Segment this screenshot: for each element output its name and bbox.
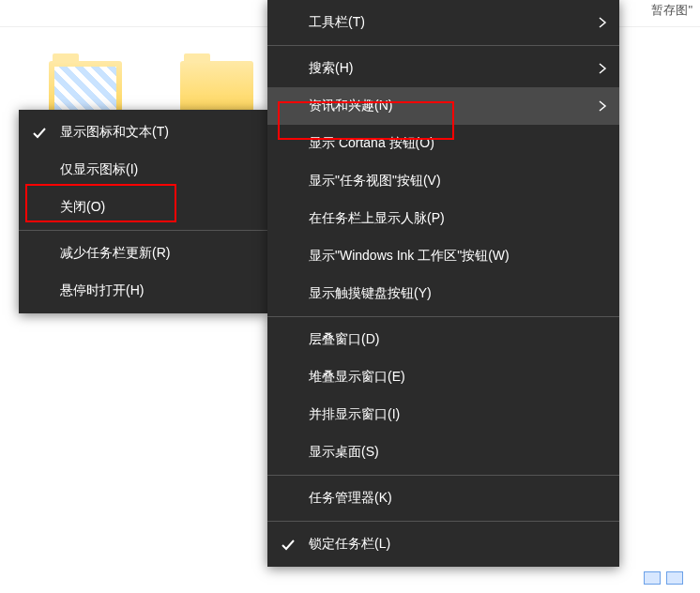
menu-item-open-on-hover[interactable]: 悬停时打开(H) — [19, 272, 267, 310]
taskbar-context-menu: 工具栏(T) 搜索(H) 资讯和兴趣(N) 显示 Cortana 按钮(O) 显… — [267, 0, 619, 567]
menu-item-close[interactable]: 关闭(O) — [19, 189, 267, 226]
menu-separator — [267, 475, 619, 476]
menu-item-label: 并排显示窗口(I) — [309, 406, 400, 423]
chevron-right-icon — [597, 63, 608, 74]
menu-separator — [19, 230, 267, 231]
menu-item-label: 层叠窗口(D) — [309, 331, 379, 348]
menu-item-label: 悬停时打开(H) — [60, 282, 144, 299]
menu-item-label: 显示 Cortana 按钮(O) — [309, 135, 434, 152]
menu-item-label: 堆叠显示窗口(E) — [309, 369, 405, 386]
menu-item-label: 减少任务栏更新(R) — [60, 245, 170, 262]
chevron-right-icon — [597, 17, 608, 28]
tray-area — [644, 563, 700, 593]
menu-item-search[interactable]: 搜索(H) — [267, 50, 619, 87]
menu-item-people[interactable]: 在任务栏上显示人脉(P) — [267, 200, 619, 237]
menu-item-label: 显示"Windows Ink 工作区"按钮(W) — [309, 248, 510, 265]
menu-separator — [267, 316, 619, 317]
menu-item-label: 显示"任务视图"按钮(V) — [309, 173, 441, 190]
check-icon — [281, 537, 296, 552]
menu-item-cortana-button[interactable]: 显示 Cortana 按钮(O) — [267, 125, 619, 162]
menu-separator — [267, 521, 619, 522]
menu-item-news-interests[interactable]: 资讯和兴趣(N) — [267, 87, 619, 125]
menu-item-task-view[interactable]: 显示"任务视图"按钮(V) — [267, 162, 619, 200]
news-interests-submenu: 显示图标和文本(T) 仅显示图标(I) 关闭(O) 减少任务栏更新(R) 悬停时… — [19, 110, 267, 313]
tray-icon[interactable] — [666, 571, 683, 585]
menu-item-label: 搜索(H) — [309, 60, 353, 77]
menu-item-touch-keyboard[interactable]: 显示触摸键盘按钮(Y) — [267, 275, 619, 312]
menu-item-show-icon-text[interactable]: 显示图标和文本(T) — [19, 114, 267, 151]
menu-item-lock-taskbar[interactable]: 锁定任务栏(L) — [267, 525, 619, 563]
menu-item-side-by-side[interactable]: 并排显示窗口(I) — [267, 396, 619, 433]
menu-item-label: 在任务栏上显示人脉(P) — [309, 210, 445, 227]
chevron-right-icon — [597, 100, 608, 112]
menu-item-label: 显示触摸键盘按钮(Y) — [309, 285, 432, 302]
top-right-text: 暂存图" — [651, 2, 692, 19]
menu-item-stacked[interactable]: 堆叠显示窗口(E) — [267, 358, 619, 396]
menu-item-show-icon-only[interactable]: 仅显示图标(I) — [19, 151, 267, 189]
menu-item-label: 显示图标和文本(T) — [60, 124, 169, 141]
menu-item-task-manager[interactable]: 任务管理器(K) — [267, 479, 619, 517]
tray-icon[interactable] — [644, 571, 661, 585]
menu-item-label: 仅显示图标(I) — [60, 161, 138, 178]
menu-item-show-desktop[interactable]: 显示桌面(S) — [267, 433, 619, 471]
menu-item-windows-ink[interactable]: 显示"Windows Ink 工作区"按钮(W) — [267, 237, 619, 275]
menu-item-label: 资讯和兴趣(N) — [309, 98, 392, 114]
menu-item-label: 关闭(O) — [60, 199, 105, 216]
menu-item-label: 工具栏(T) — [309, 14, 365, 31]
menu-item-label: 显示桌面(S) — [309, 444, 379, 461]
folder-icon[interactable] — [49, 61, 122, 115]
folder-icon[interactable] — [180, 61, 253, 115]
menu-item-label: 锁定任务栏(L) — [309, 536, 390, 553]
menu-item-cascade[interactable]: 层叠窗口(D) — [267, 321, 619, 358]
menu-item-reduce-updates[interactable]: 减少任务栏更新(R) — [19, 235, 267, 272]
menu-item-toolbars[interactable]: 工具栏(T) — [267, 4, 619, 41]
menu-item-label: 任务管理器(K) — [309, 490, 392, 507]
menu-separator — [267, 45, 619, 46]
check-icon — [32, 125, 47, 140]
